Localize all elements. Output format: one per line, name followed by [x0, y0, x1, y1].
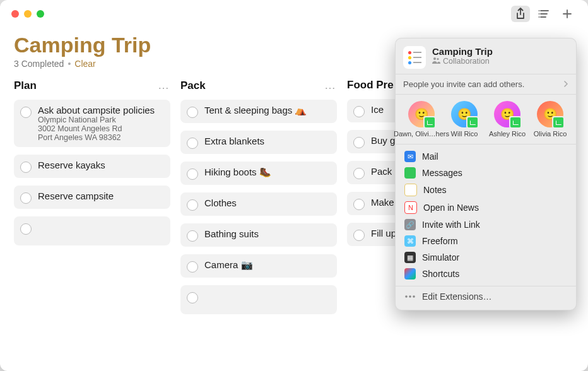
avatar: 🙂	[408, 101, 435, 127]
reminder-title: Clothes	[204, 197, 237, 208]
complete-radio[interactable]	[20, 192, 32, 204]
share-app-label: Mail	[422, 151, 438, 162]
view-options-button[interactable]	[534, 6, 553, 22]
reminder-title: Extra blankets	[204, 136, 264, 146]
share-app-label: Simulator	[422, 252, 459, 262]
share-app-item[interactable]: ▦Simulator	[401, 249, 571, 266]
complete-radio[interactable]	[20, 162, 32, 173]
new-reminder-placeholder[interactable]	[180, 285, 337, 314]
avatar: 🙂	[494, 101, 520, 127]
list-thumb-icon	[403, 46, 426, 69]
share-person[interactable]: 🙂Will Rico	[445, 101, 484, 138]
share-app-item[interactable]: Notes	[401, 181, 571, 199]
complete-radio	[187, 292, 198, 303]
reminder-item[interactable]: Clothes	[180, 192, 337, 216]
complete-radio[interactable]	[187, 168, 198, 180]
complete-radio[interactable]	[353, 106, 365, 117]
complete-radio[interactable]	[353, 168, 365, 179]
column: Plan…Ask about campsite policiesOlympic …	[14, 75, 170, 314]
reminder-title: Ask about campsite policies	[38, 105, 155, 115]
column-more-button[interactable]: …	[158, 79, 170, 92]
close-button[interactable]	[11, 10, 19, 18]
completed-count: 3 Completed	[14, 59, 64, 69]
person-name: Will Rico	[451, 130, 478, 138]
person-name: Dawn, Olivi…hers	[394, 130, 449, 138]
reminder-note: Olympic National Park 3002 Mount Angeles…	[38, 115, 155, 142]
share-person[interactable]: 🙂Ashley Rico	[488, 101, 527, 138]
freeform-icon: ⌘	[404, 235, 416, 247]
share-icon	[515, 8, 526, 20]
svg-point-2	[405, 295, 408, 298]
reminder-item[interactable]: Bathing suits	[180, 223, 337, 247]
svg-point-3	[409, 295, 411, 298]
share-person[interactable]: 🙂Dawn, Olivi…hers	[402, 101, 441, 138]
complete-radio	[20, 223, 32, 235]
share-app-item[interactable]: ✉︎Mail	[401, 148, 571, 165]
share-app-label: Freeform	[422, 236, 458, 246]
reminder-item[interactable]: Camera 📷	[180, 254, 337, 278]
messages-badge-icon	[552, 116, 565, 129]
new-reminder-button[interactable]	[558, 6, 577, 22]
complete-radio[interactable]	[187, 138, 198, 149]
reminder-title: Ice	[371, 104, 384, 115]
toolbar-right	[511, 6, 577, 22]
edit-extensions-button[interactable]: Edit Extensions…	[396, 286, 576, 310]
share-app-item[interactable]: NOpen in News	[401, 199, 571, 216]
share-person[interactable]: 🙂Olivia Rico	[531, 101, 570, 138]
complete-radio[interactable]	[353, 137, 365, 148]
mail-icon: ✉︎	[404, 151, 416, 162]
minimize-button[interactable]	[24, 10, 32, 18]
more-icon	[404, 292, 416, 303]
reminder-item[interactable]: Reserve campsite	[14, 186, 170, 209]
new-reminder-placeholder[interactable]	[14, 216, 170, 245]
share-app-label: Invite with Link	[422, 220, 480, 230]
share-app-label: Notes	[423, 185, 447, 195]
complete-radio[interactable]	[187, 230, 198, 242]
messages-badge-icon	[509, 116, 522, 129]
complete-radio[interactable]	[20, 107, 32, 118]
share-permissions-row[interactable]: People you invite can add others.	[396, 74, 576, 95]
messages-badge-icon	[423, 116, 436, 129]
share-people-row: 🙂Dawn, Olivi…hers🙂Will Rico🙂Ashley Rico🙂…	[396, 95, 576, 144]
shortcuts-icon	[404, 268, 416, 280]
reminder-item[interactable]: Hiking boots 🥾	[180, 162, 337, 185]
reminder-item[interactable]: Reserve kayaks	[14, 155, 170, 178]
msg-icon	[404, 167, 416, 179]
reminder-item[interactable]: Ask about campsite policiesOlympic Natio…	[14, 100, 170, 147]
share-popover: Camping Trip Collaboration People you in…	[395, 38, 577, 310]
svg-point-0	[433, 57, 436, 60]
share-app-item[interactable]: 🔗Invite with Link	[401, 216, 571, 233]
column-more-button[interactable]: …	[324, 79, 337, 92]
column-title: Pack	[180, 80, 206, 92]
people-icon	[432, 57, 440, 66]
person-name: Ashley Rico	[489, 130, 526, 138]
share-button[interactable]	[511, 6, 530, 22]
reminder-title: Tent & sleeping bags ⛺️	[204, 105, 307, 116]
share-app-label: Messages	[422, 168, 462, 178]
share-app-item[interactable]: ⌘Freeform	[401, 233, 571, 249]
complete-radio[interactable]	[187, 261, 198, 273]
share-app-item[interactable]: Messages	[401, 165, 571, 181]
plus-icon	[562, 9, 572, 19]
avatar: 🙂	[537, 101, 563, 127]
complete-radio[interactable]	[187, 107, 198, 118]
share-app-label: Shortcuts	[422, 269, 459, 279]
reminder-item[interactable]: Extra blankets	[180, 131, 337, 154]
complete-radio[interactable]	[187, 199, 198, 211]
sim-icon: ▦	[404, 252, 416, 263]
titlebar	[0, 0, 588, 28]
clear-completed-button[interactable]: Clear	[74, 59, 95, 69]
reminder-title: Bathing suits	[204, 228, 259, 239]
share-app-item[interactable]: Shortcuts	[401, 266, 571, 282]
share-app-list: ✉︎MailMessagesNotesNOpen in News🔗Invite …	[396, 144, 576, 286]
complete-radio[interactable]	[353, 199, 365, 210]
complete-radio[interactable]	[353, 230, 365, 241]
news-icon: N	[404, 201, 417, 214]
zoom-button[interactable]	[37, 10, 44, 18]
notes-icon	[404, 184, 417, 196]
column: Pack…Tent & sleeping bags ⛺️Extra blanke…	[180, 75, 337, 314]
messages-badge-icon	[466, 116, 479, 129]
reminder-item[interactable]: Tent & sleeping bags ⛺️	[180, 100, 337, 123]
reminder-title: Reserve campsite	[38, 191, 114, 201]
share-app-label: Open in News	[423, 203, 479, 213]
